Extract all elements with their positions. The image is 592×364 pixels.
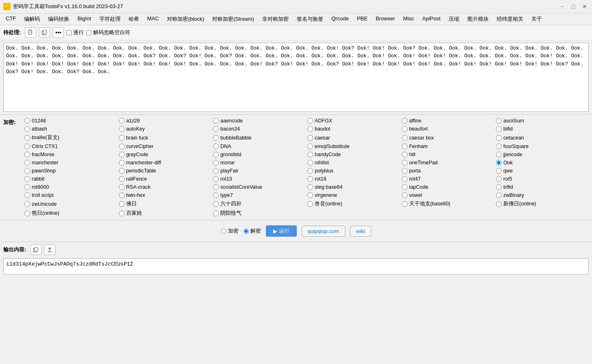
run-button[interactable]: ▶ 运行 xyxy=(266,225,297,237)
cipher-option-manchesterDiff[interactable]: manchester-diff xyxy=(117,159,212,166)
cipher-radio-socialistCoreValue[interactable] xyxy=(213,184,219,190)
cipher-radio-grayCode[interactable] xyxy=(119,152,125,157)
cipher-radio-curveCipher[interactable] xyxy=(119,144,125,149)
cipher-option-fourSquare[interactable]: fourSquare xyxy=(494,143,589,150)
cipher-radio-aaencode[interactable] xyxy=(213,118,219,124)
copy-button[interactable] xyxy=(39,27,50,38)
decode-radio[interactable] xyxy=(243,229,249,234)
cipher-option-01248[interactable]: 01248 xyxy=(23,117,117,124)
close-button[interactable]: ✕ xyxy=(581,2,589,11)
cipher-radio-xiongri[interactable] xyxy=(24,211,30,216)
cipher-radio-zwBinary[interactable] xyxy=(496,192,502,198)
cipher-option-rot18[interactable]: rot18 xyxy=(306,175,400,183)
cipher-option-caesar[interactable]: caesar xyxy=(306,133,400,142)
cipher-radio-type7[interactable] xyxy=(213,192,219,198)
cipher-radio-pawnShop[interactable] xyxy=(24,168,30,174)
ignore-whitespace-check[interactable]: 解码忽略空白符 xyxy=(86,29,130,36)
cipher-radio-fourSquare[interactable] xyxy=(496,144,502,149)
cipher-radio-bacon24[interactable] xyxy=(213,126,219,132)
cipher-option-baijiaXing[interactable]: 百家姓 xyxy=(117,209,212,218)
cipher-radio-CitrixCTX1[interactable] xyxy=(24,144,30,149)
cipher-option-playFair[interactable]: playFair xyxy=(211,167,306,174)
minimize-button[interactable]: － xyxy=(558,2,566,11)
cipher-option-handyCode[interactable]: handyCode xyxy=(306,151,400,158)
menu-item-字符处理[interactable]: 字符处理 xyxy=(95,14,125,24)
maximize-button[interactable]: □ xyxy=(569,2,577,11)
cipher-option-trifid[interactable]: trifid xyxy=(494,183,589,191)
cipher-radio-emojiSubstitute[interactable] xyxy=(307,144,313,149)
cipher-option-beaufort[interactable]: beaufort xyxy=(400,125,495,133)
cipher-radio-trifid[interactable] xyxy=(496,184,502,190)
cipher-option-manchester[interactable]: manchester xyxy=(23,159,117,166)
cipher-radio-rot8000[interactable] xyxy=(24,184,30,190)
cipher-option-autoKey[interactable]: autoKey xyxy=(117,125,212,133)
cipher-option-baudot[interactable]: baudot xyxy=(306,125,400,133)
cipher-option-stegBase64[interactable]: steg base64 xyxy=(306,183,400,191)
cipher-radio-shengyin[interactable] xyxy=(307,201,313,207)
cipher-option-shengyin[interactable]: 兽音(online) xyxy=(306,200,400,208)
output-upload-button[interactable] xyxy=(44,244,55,255)
cipher-radio-playFair[interactable] xyxy=(213,168,219,174)
cipher-option-ADFGX[interactable]: ADFGX xyxy=(306,117,400,124)
cipher-option-emojiSubstitute[interactable]: emojiSubstitute xyxy=(306,143,400,150)
cipher-option-aaencode[interactable]: aaencode xyxy=(211,117,306,124)
cipher-radio-virgenene[interactable] xyxy=(307,192,313,198)
cipher-radio-trollScript[interactable] xyxy=(24,192,30,198)
cipher-radio-fracMorse[interactable] xyxy=(24,152,30,157)
cipher-radio-Fenham[interactable] xyxy=(402,144,408,149)
cipher-radio-rot5[interactable] xyxy=(496,176,502,182)
cipher-radio-bubbleBabble[interactable] xyxy=(213,135,219,141)
cipher-option-tapCode[interactable]: tapCode xyxy=(400,183,495,191)
cipher-option-fo_ri[interactable]: 佛日 xyxy=(117,200,212,208)
cipher-option-morse[interactable]: morse xyxy=(211,159,306,166)
quipqiup-link[interactable]: quipqiup.com xyxy=(302,226,345,237)
cipher-radio-rabbit[interactable] xyxy=(24,176,30,182)
input-area[interactable]: Ook. Ook. Ook. Ook. Ook. Ook. Ook. Ook. … xyxy=(3,43,589,112)
cipher-radio-01248[interactable] xyxy=(24,118,30,124)
cipher-option-braille[interactable]: braille(盲文) xyxy=(23,133,117,142)
cipher-radio-morse[interactable] xyxy=(213,160,219,166)
cipher-option-type7[interactable]: type7 xyxy=(211,192,306,199)
cipher-option-oneTimePad[interactable]: oneTimePad xyxy=(400,159,495,166)
menu-item-Qrcode[interactable]: Qrcode xyxy=(327,14,353,24)
cipher-option-grayCode[interactable]: grayCode xyxy=(117,151,212,158)
cipher-radio-caesar[interactable] xyxy=(307,135,313,141)
cipher-option-64gua[interactable]: 六十四卦 xyxy=(211,200,306,208)
paste-button[interactable] xyxy=(25,27,36,38)
cipher-option-Fenham[interactable]: Fenham xyxy=(400,143,495,150)
cipher-radio-qwe[interactable] xyxy=(496,168,502,174)
menu-item-图片模块[interactable]: 图片模块 xyxy=(463,14,493,24)
cipher-option-asciiSum[interactable]: asciiSum xyxy=(494,117,589,124)
cipher-option-nihilist[interactable]: nihilist xyxy=(306,159,400,166)
cipher-radio-affine[interactable] xyxy=(402,118,408,124)
cipher-option-virgenene[interactable]: virgenene xyxy=(306,192,400,199)
cipher-option-gronsfeld[interactable]: gronsfeld xyxy=(211,151,306,158)
cipher-option-xiongri[interactable]: 熊日(online) xyxy=(23,209,117,218)
cipher-option-bubbleBabble[interactable]: bubbleBabble xyxy=(211,133,306,142)
linewise-check[interactable]: 逐行 xyxy=(66,29,84,36)
cipher-radio-periodicTable[interactable] xyxy=(119,168,125,174)
cipher-option-porta[interactable]: porta xyxy=(400,167,495,174)
cipher-option-rot47[interactable]: rot47 xyxy=(400,175,495,183)
cipher-radio-zwUnicode[interactable] xyxy=(24,201,30,207)
cipher-option-affine[interactable]: affine xyxy=(400,117,495,124)
cipher-option-bacon24[interactable]: bacon24 xyxy=(211,125,306,133)
menu-item-哈希[interactable]: 哈希 xyxy=(125,14,143,24)
cipher-option-a1z26[interactable]: a1z26 xyxy=(117,117,212,124)
cipher-option-jjencode[interactable]: jjencode xyxy=(494,151,589,158)
cipher-radio-64gua[interactable] xyxy=(213,201,219,207)
cipher-radio-porta[interactable] xyxy=(402,168,408,174)
cipher-option-socialistCoreValue[interactable]: socialistCoreValue xyxy=(211,183,306,191)
cipher-option-rabbit[interactable]: rabbit xyxy=(23,175,117,183)
cipher-radio-rot47[interactable] xyxy=(402,176,408,182)
cipher-radio-manchester[interactable] xyxy=(24,160,30,166)
cipher-radio-baudot[interactable] xyxy=(307,126,313,132)
cipher-option-rot5[interactable]: rot5 xyxy=(494,175,589,183)
cipher-radio-manchesterDiff[interactable] xyxy=(119,160,125,166)
cipher-radio-tianganDizhi[interactable] xyxy=(402,201,408,207)
cipher-radio-brainfuck[interactable] xyxy=(119,135,125,141)
cipher-radio-stegBase64[interactable] xyxy=(307,184,313,190)
cipher-option-zwBinary[interactable]: zwBinary xyxy=(494,192,589,199)
cipher-option-qwe[interactable]: qwe xyxy=(494,167,589,174)
wiki-link[interactable]: wiki xyxy=(350,226,371,237)
